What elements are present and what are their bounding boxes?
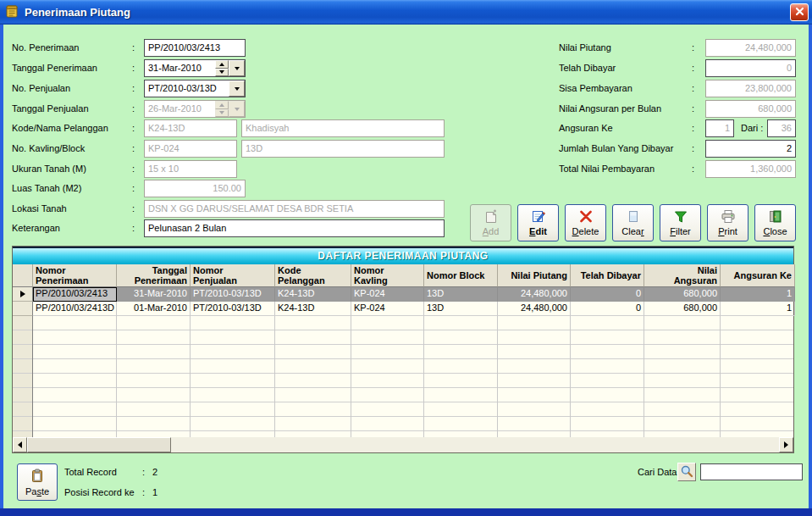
spin-up-button[interactable] <box>215 60 229 69</box>
jumlah-bulan-label: Jumlah Bulan Yang Dibayar <box>559 143 673 153</box>
tanggal-penerimaan-input[interactable]: 31-Mar-2010 <box>144 59 246 77</box>
grid-header-row: Nomor Penerimaan Tanggal Penerimaan Nomo… <box>13 264 795 287</box>
cell[interactable]: PT/2010-03/13D <box>191 287 275 302</box>
jumlah-bulan-input[interactable]: 2 <box>705 140 796 158</box>
cell[interactable]: 24,480,000 <box>498 287 571 302</box>
column-header-nomor-block[interactable]: Nomor Block <box>424 264 498 287</box>
edit-button[interactable]: Edit <box>517 204 559 241</box>
tanggal-penjualan-input: 26-Mar-2010 <box>144 100 246 118</box>
empty-rows-area <box>13 316 793 437</box>
row-indicator-header <box>13 264 33 287</box>
cell[interactable]: KP-024 <box>351 287 424 302</box>
delete-button[interactable]: Delete <box>565 204 606 241</box>
cell[interactable]: K24-13D <box>275 302 351 316</box>
ukuran-tanah-label: Ukuran Tanah (M) <box>12 164 86 174</box>
telah-dibayar-input[interactable]: 0 <box>705 59 796 77</box>
paste-button[interactable]: Paste <box>17 463 58 501</box>
column-header-nomor-penjualan[interactable]: Nomor Penjualan <box>191 264 275 287</box>
cell[interactable]: 24,480,000 <box>498 302 571 316</box>
no-penjualan-dropdown-button[interactable] <box>229 80 245 97</box>
no-penerimaan-input[interactable]: PP/2010/03/2413 <box>144 39 246 57</box>
filter-icon <box>673 209 688 225</box>
edit-button-label: Edit <box>529 226 547 236</box>
cell[interactable]: KP-024 <box>351 302 424 316</box>
cell[interactable]: 0 <box>571 287 644 302</box>
print-button[interactable]: Print <box>707 204 748 241</box>
row-selector-icon <box>20 291 25 297</box>
cell[interactable]: 680,000 <box>644 287 721 302</box>
column-header-angsuran-ke[interactable]: Angsuran Ke <box>721 264 795 287</box>
search-button[interactable] <box>677 463 696 481</box>
chevron-down-icon <box>235 67 240 70</box>
cell[interactable]: 1 <box>721 287 795 302</box>
grid-title: DAFTAR PENERIMAAN PIUTANG <box>13 247 793 264</box>
cell[interactable]: PT/2010-03/13D <box>191 302 275 316</box>
paste-icon <box>30 469 45 485</box>
print-button-label: Print <box>718 226 737 236</box>
sisa-pembayaran-label: Sisa Pembayaran <box>559 83 632 93</box>
clear-button[interactable]: Clear <box>612 204 654 241</box>
spin-up-icon <box>219 103 224 107</box>
cell[interactable]: 680,000 <box>644 302 721 316</box>
column-header-tanggal-penerimaan[interactable]: Tanggal Penerimaan <box>117 264 191 287</box>
column-header-nomor-penerimaan[interactable]: Nomor Penerimaan <box>33 264 117 287</box>
no-penjualan-combobox[interactable]: PT/2010-03/13D <box>144 80 246 97</box>
no-penerimaan-label: No. Penerimaan <box>12 42 80 53</box>
angsuran-ke-label: Angsuran Ke <box>559 123 613 133</box>
no-kavling-block-label: No. Kavling/Block <box>12 143 85 153</box>
cell[interactable]: 0 <box>571 302 644 316</box>
add-button: Add <box>470 204 511 241</box>
cell[interactable]: 01-Mar-2010 <box>117 302 191 316</box>
sisa-pembayaran-input: 23,800,000 <box>705 80 796 97</box>
scroll-left-button[interactable] <box>13 437 27 452</box>
spin-down-button[interactable] <box>215 69 229 77</box>
spin-down-button <box>215 109 229 118</box>
posisi-record-label: Posisi Record ke <box>64 487 135 497</box>
clear-icon <box>626 209 641 225</box>
spin-up-button <box>215 101 229 109</box>
column-header-kode-pelanggan[interactable]: Kode Pelanggan <box>275 264 351 287</box>
cell[interactable]: 1 <box>721 302 795 316</box>
data-grid: DAFTAR PENERIMAAN PIUTANG Nomor Penerima… <box>12 246 794 453</box>
scrollbar-thumb[interactable] <box>27 437 171 452</box>
row-indicator-cell <box>13 287 33 302</box>
cell[interactable]: PP/2010/03/2413 <box>33 287 117 302</box>
angsuran-ke-input[interactable]: 1 <box>705 119 734 137</box>
scroll-right-icon <box>784 441 788 448</box>
kode-pelanggan-input: K24-13D <box>144 119 237 137</box>
cell[interactable]: K24-13D <box>275 287 351 302</box>
cell[interactable]: PP/2010/03/2413D <box>33 302 117 316</box>
dari-label: Dari : <box>741 123 763 133</box>
table-row[interactable]: PP/2010/03/2413 31-Mar-2010 PT/2010-03/1… <box>13 287 795 302</box>
cell[interactable]: 13D <box>424 287 498 302</box>
cell[interactable]: 13D <box>424 302 498 316</box>
column-header-nilai-angsuran[interactable]: Nilai Angsuran <box>644 264 721 287</box>
column-header-telah-dibayar[interactable]: Telah Dibayar <box>571 264 644 287</box>
no-kavling-input: KP-024 <box>144 140 237 158</box>
horizontal-scrollbar[interactable] <box>13 437 793 452</box>
cari-data-input[interactable] <box>700 463 803 480</box>
table-row[interactable]: PP/2010/03/2413D 01-Mar-2010 PT/2010-03/… <box>13 302 795 316</box>
close-form-button[interactable]: Close <box>754 204 796 241</box>
add-button-label: Add <box>483 226 500 236</box>
print-icon <box>721 209 736 225</box>
scroll-right-button[interactable] <box>779 437 793 452</box>
block-input: 13D <box>241 140 445 158</box>
window-border-left <box>0 25 3 516</box>
keterangan-input[interactable]: Pelunasan 2 Bulan <box>144 219 445 237</box>
close-form-button-label: Close <box>763 226 787 236</box>
spin-down-icon <box>219 70 224 74</box>
cell[interactable]: 31-Mar-2010 <box>117 287 191 302</box>
window-title: Penerimaan Piutang <box>25 6 130 19</box>
column-header-nilai-piutang[interactable]: Nilai Piutang <box>498 264 571 287</box>
paste-button-label: Paste <box>25 486 49 497</box>
keterangan-label: Keterangan <box>12 223 60 233</box>
date-dropdown-button[interactable] <box>229 60 245 76</box>
close-button[interactable] <box>790 3 809 21</box>
filter-button[interactable]: Filter <box>660 204 701 241</box>
lokasi-tanah-label: Lokasi Tanah <box>12 203 67 214</box>
column-header-nomor-kavling[interactable]: Nomor Kavling <box>351 264 424 287</box>
date-dropdown-button <box>229 101 245 117</box>
total-record-value: 2 <box>152 467 157 477</box>
scrollbar-track[interactable] <box>171 437 779 452</box>
